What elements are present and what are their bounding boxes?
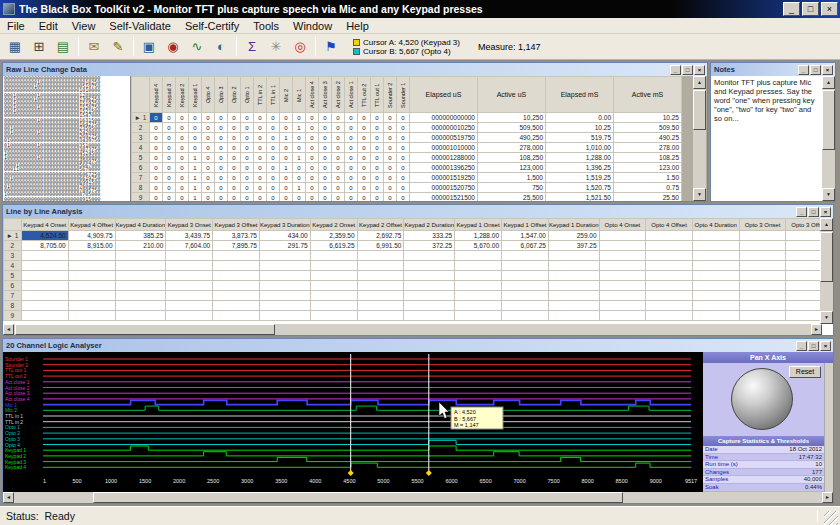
logic-hscrollbar[interactable]: ◄ ► xyxy=(3,492,833,503)
raw-grid-cell[interactable]: 0.75 xyxy=(614,183,682,193)
raw-grid-cell[interactable]: 0 xyxy=(319,163,332,173)
raw-grid-cell[interactable]: 1,521.50 xyxy=(546,193,614,202)
raw-grid-row-header[interactable]: 4 xyxy=(132,143,150,153)
analysis-cell[interactable] xyxy=(548,251,599,261)
raw-grid-cell[interactable]: 108,250 xyxy=(478,153,546,163)
raw-grid-cell[interactable]: 0 xyxy=(202,173,215,183)
analysis-cell[interactable] xyxy=(646,271,693,281)
stats-vscrollbar[interactable] xyxy=(824,363,833,492)
raw-grid-cell[interactable]: 0 xyxy=(306,193,319,202)
analysis-cell[interactable] xyxy=(739,251,786,261)
analysis-cell[interactable] xyxy=(68,251,115,261)
analysis-cell[interactable] xyxy=(21,291,68,301)
raw-grid-cell[interactable]: 0 xyxy=(254,163,267,173)
raw-grid-cell[interactable]: 0 xyxy=(254,173,267,183)
raw-grid-cell[interactable]: 0 xyxy=(358,143,371,153)
raw-grid-vscrollbar[interactable]: ▲ ▼ xyxy=(693,76,706,201)
analysis-cell[interactable] xyxy=(739,311,786,321)
logic-analyser-canvas[interactable]: Sounder 1Sounder 2TTL out 1TTL out 2Act … xyxy=(3,352,703,492)
analysis-cell[interactable] xyxy=(213,281,260,291)
raw-grid-cell[interactable]: 0 xyxy=(163,143,176,153)
raw-grid-cell[interactable]: 0 xyxy=(228,133,241,143)
raw-grid-cell[interactable]: 0 xyxy=(384,173,397,183)
analysis-cell[interactable] xyxy=(599,281,646,291)
raw-grid-cell[interactable]: 0 xyxy=(332,143,345,153)
analysis-cell[interactable] xyxy=(260,291,311,301)
raw-grid-cell[interactable]: 1 xyxy=(280,163,293,173)
analysis-cell[interactable] xyxy=(404,271,455,281)
raw-grid-cell[interactable]: 0 xyxy=(332,193,345,202)
raw-grid-cell[interactable]: 0 xyxy=(254,133,267,143)
analysis-cell[interactable] xyxy=(646,241,693,251)
raw-grid-column-header[interactable]: Active uS xyxy=(478,77,546,113)
raw-grid-cell[interactable]: 0 xyxy=(332,123,345,133)
raw-grid-cell[interactable]: 1 xyxy=(293,183,306,193)
analysis-cell[interactable] xyxy=(166,291,213,301)
analysis-cell[interactable]: 259.00 xyxy=(548,231,599,241)
menu-tools[interactable]: Tools xyxy=(246,19,286,33)
analysis-cell[interactable] xyxy=(599,271,646,281)
raw-grid-cell[interactable]: 0 xyxy=(384,163,397,173)
raw-grid-cell[interactable]: 0 xyxy=(267,153,280,163)
raw-grid-cell[interactable]: 0 xyxy=(215,193,228,202)
analysis-cell[interactable] xyxy=(310,271,357,281)
raw-grid-column-header[interactable]: Act close 3 xyxy=(319,77,332,113)
raw-grid-cell[interactable]: 1,500 xyxy=(478,173,546,183)
raw-grid-column-header[interactable]: Opto 1 xyxy=(241,77,254,113)
analysis-cell[interactable] xyxy=(68,271,115,281)
analysis-cell[interactable] xyxy=(692,271,739,281)
raw-grid-cell[interactable]: 1 xyxy=(189,173,202,183)
analysis-cell[interactable] xyxy=(21,281,68,291)
edit-notes-button[interactable]: ✎ xyxy=(107,36,129,57)
raw-grid-cell[interactable]: 0 xyxy=(241,183,254,193)
raw-grid-cell[interactable]: 0 xyxy=(293,173,306,183)
analysis-cell[interactable] xyxy=(455,251,502,261)
analysis-cell[interactable] xyxy=(548,271,599,281)
raw-grid-cell[interactable]: 0 xyxy=(176,143,189,153)
raw-grid-cell[interactable]: 1 xyxy=(189,153,202,163)
analysis-column-header[interactable]: Opto 4 Duration xyxy=(692,219,739,231)
analysis-cell[interactable] xyxy=(166,251,213,261)
raw-grid-cell[interactable]: 0 xyxy=(371,173,384,183)
raw-grid-cell[interactable]: 0 xyxy=(358,133,371,143)
raw-grid-row-header[interactable]: 8 xyxy=(132,183,150,193)
raw-grid-column-header[interactable]: Opto 3 xyxy=(215,77,228,113)
raw-grid-cell[interactable]: 0 xyxy=(280,143,293,153)
raw-grid-cell[interactable]: 0 xyxy=(384,123,397,133)
analysis-cell[interactable] xyxy=(599,251,646,261)
logic-panel-restore-button[interactable]: □ xyxy=(808,341,819,351)
raw-grid-cell[interactable]: 0 xyxy=(280,173,293,183)
raw-grid-column-header[interactable]: Keypad 2 xyxy=(176,77,189,113)
raw-grid-cell[interactable]: 0 xyxy=(215,153,228,163)
analysis-cell[interactable] xyxy=(502,281,549,291)
raw-grid-cell[interactable]: 0 xyxy=(319,153,332,163)
raw-grid-row-header[interactable]: 6 xyxy=(132,163,150,173)
monitor-button[interactable]: ▣ xyxy=(138,36,160,57)
notes-panel-restore-button[interactable]: □ xyxy=(810,65,821,75)
raw-grid-cell[interactable]: 0 xyxy=(397,143,410,153)
window-minimize-button[interactable]: _ xyxy=(783,2,800,16)
analysis-column-header[interactable]: Keypad 4 Onset xyxy=(21,219,68,231)
raw-grid-cell[interactable]: 0 xyxy=(371,113,384,123)
raw-grid-cell[interactable]: 0 xyxy=(397,133,410,143)
logic-panel-caption[interactable]: 20 Channel Logic Analyser _ □ × xyxy=(3,339,833,352)
raw-grid-cell[interactable]: 490,250 xyxy=(478,133,546,143)
raw-grid-cell[interactable]: 000001396250 xyxy=(410,163,478,173)
raw-grid-cell[interactable]: 0 xyxy=(345,143,358,153)
analysis-cell[interactable] xyxy=(739,281,786,291)
raw-grid-cell[interactable]: 0 xyxy=(397,153,410,163)
analysis-cell[interactable] xyxy=(404,291,455,301)
analysis-cell[interactable] xyxy=(68,311,115,321)
raw-binary-list[interactable]: 0000000000000000000000000000000000000000… xyxy=(3,76,131,201)
raw-grid-cell[interactable]: 0 xyxy=(384,153,397,163)
analysis-cell[interactable] xyxy=(404,251,455,261)
menu-self-certify[interactable]: Self-Certify xyxy=(178,19,246,33)
raw-grid-cell[interactable]: 000001519250 xyxy=(410,173,478,183)
scroll-right-icon[interactable]: ► xyxy=(822,492,833,503)
raw-grid-cell[interactable]: 0 xyxy=(176,123,189,133)
notes-vscrollbar[interactable]: ▲ ▼ xyxy=(822,76,835,201)
raw-grid-cell[interactable]: 0 xyxy=(384,183,397,193)
raw-grid-cell[interactable]: 0 xyxy=(228,183,241,193)
analysis-cell[interactable] xyxy=(599,231,646,241)
raw-grid-cell[interactable]: 0 xyxy=(319,133,332,143)
